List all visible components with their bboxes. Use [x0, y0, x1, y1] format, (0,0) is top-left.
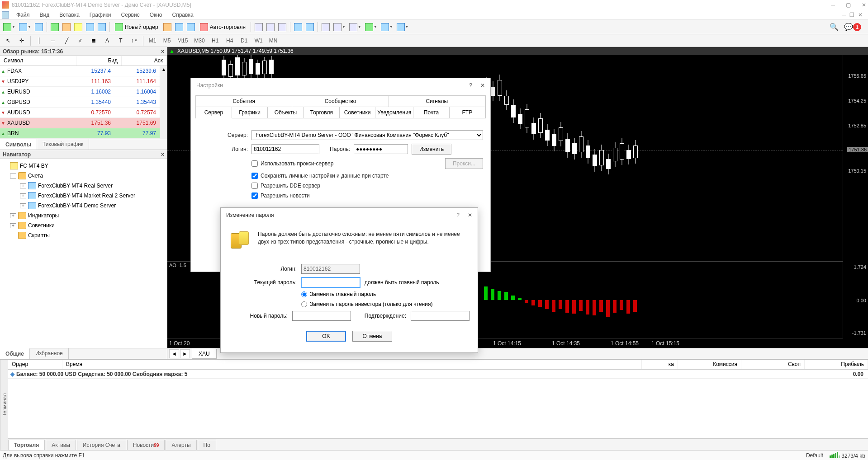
stab-community[interactable]: Сообщество — [292, 96, 389, 107]
pwd-help-icon[interactable]: ? — [456, 212, 460, 218]
tester-button[interactable] — [96, 22, 107, 33]
save-button[interactable] — [33, 22, 44, 33]
news-checkbox-label[interactable]: Разрешить новости — [251, 192, 310, 199]
chart-tab-xau[interactable]: XAU — [192, 349, 217, 359]
profiles-button[interactable]: ▼ — [18, 22, 33, 33]
menu-service[interactable]: Сервис — [117, 11, 144, 19]
mw-row-AUDUSD[interactable]: ▼AUDUSD0.725700.72574 — [0, 108, 160, 118]
dde-checkbox[interactable] — [251, 183, 258, 189]
pwd-radio-main[interactable] — [301, 291, 307, 297]
term-tab-alerts[interactable]: Алерты — [166, 440, 196, 450]
tf-m15[interactable]: M15 — [175, 36, 190, 46]
navigator-button[interactable] — [73, 22, 84, 33]
nav-server-0[interactable]: +ForexClubBY-MT4 Real Server — [0, 181, 167, 191]
mw-row-BRN[interactable]: ▲BRN77.9377.97 — [0, 128, 160, 139]
mdi-minimize-icon[interactable]: ─ — [842, 12, 846, 18]
tf-mn[interactable]: MN — [266, 36, 280, 46]
mdi-icon[interactable] — [2, 11, 9, 19]
market-watch-scrollbar[interactable]: ▴ — [160, 66, 167, 139]
nav-scripts[interactable]: Скрипты — [0, 230, 167, 240]
menu-view[interactable]: Вид — [35, 11, 54, 19]
term-tab-news[interactable]: Новости99 — [127, 440, 165, 450]
crosshair-tool[interactable]: ✛ — [15, 35, 28, 46]
stab-charts[interactable]: Графики — [232, 107, 268, 118]
tf-w1[interactable]: W1 — [252, 36, 266, 46]
trendline-tool[interactable]: ╱ — [60, 35, 73, 46]
menu-window[interactable]: Окно — [145, 11, 167, 19]
chart-tab-next[interactable]: ► — [180, 349, 190, 358]
terminal-button[interactable] — [85, 22, 95, 33]
proxy-checkbox-label[interactable]: Использовать прокси-сервер — [251, 160, 333, 167]
indicators-button[interactable]: ▼ — [332, 22, 347, 33]
term-tab-history[interactable]: История Счета — [77, 440, 126, 450]
candle-chart-button[interactable] — [265, 22, 276, 33]
tile-button[interactable] — [320, 22, 331, 33]
password-input[interactable] — [354, 144, 408, 154]
mdi-close-icon[interactable]: ✕ — [858, 12, 863, 18]
mw-tab-tick[interactable]: Тиковый график — [37, 139, 89, 150]
maximize-button[interactable]: ▢ — [846, 2, 851, 8]
pwd-cancel-button[interactable]: Отмена — [352, 331, 392, 342]
menu-insert[interactable]: Вставка — [55, 11, 84, 19]
menu-file[interactable]: Файл — [12, 11, 34, 19]
mw-row-USDJPY[interactable]: ▼USDJPY111.163111.164 — [0, 76, 160, 87]
term-tab-assets[interactable]: Активы — [46, 440, 76, 450]
fib-tool[interactable]: ≣ — [87, 35, 100, 46]
arrows-tool[interactable]: ↑▼ — [128, 35, 141, 46]
tf-h4[interactable]: H4 — [223, 36, 237, 46]
stab-ftp[interactable]: FTP — [450, 107, 485, 118]
menu-charts[interactable]: Графики — [85, 11, 116, 19]
status-connection[interactable]: 3273/4 kb — [830, 452, 865, 459]
mw-row-FDAX[interactable]: ▲FDAX15237.415239.6 — [0, 66, 160, 76]
mw-tab-symbols[interactable]: Символы — [0, 139, 37, 150]
cursor-tool[interactable]: ↖ — [2, 35, 14, 46]
new-chart-button[interactable]: ▼ — [2, 22, 17, 33]
vline-tool[interactable]: │ — [33, 35, 46, 46]
mw-row-XAUUSD[interactable]: ▼XAUUSD1751.361751.69 — [0, 118, 160, 128]
nav-server-1[interactable]: +ForexClubBY-MT4 Market Real 2 Server — [0, 191, 167, 201]
signals-button[interactable] — [174, 22, 185, 33]
tf-m1[interactable]: M1 — [146, 36, 159, 46]
nav-tab-fav[interactable]: Избранное — [30, 348, 69, 359]
stab-notif[interactable]: Уведомления — [375, 107, 413, 118]
hline-tool[interactable]: ─ — [47, 35, 59, 46]
line-chart-button[interactable] — [277, 22, 288, 33]
menu-help[interactable]: Справка — [168, 11, 198, 19]
settings-help-icon[interactable]: ? — [469, 82, 472, 89]
login-input[interactable] — [251, 144, 319, 154]
terminal-balance-row[interactable]: ◆ Баланс: 50 000.00 USD Средства: 50 000… — [8, 370, 868, 379]
status-profile[interactable]: Default — [806, 452, 823, 459]
stab-events[interactable]: События — [196, 96, 292, 107]
stab-objects[interactable]: Объекты — [268, 107, 304, 118]
mdi-restore-icon[interactable]: ❐ — [849, 12, 854, 18]
term-tab-more[interactable]: По — [198, 440, 216, 450]
tf-h1[interactable]: H1 — [209, 36, 222, 46]
metaquotes-button[interactable] — [162, 22, 173, 33]
terminal-handle[interactable]: Терминал — [0, 360, 8, 450]
pwd-close-icon[interactable]: ✕ — [468, 212, 472, 218]
label-tool[interactable]: T — [114, 35, 127, 46]
nav-root[interactable]: FC MT4 BY — [0, 161, 167, 171]
templates-button[interactable]: ▼ — [364, 22, 379, 33]
dde-checkbox-label[interactable]: Разрешить DDE сервер — [251, 183, 320, 189]
stab-signals[interactable]: Сигналы — [389, 96, 485, 107]
data-window-button[interactable] — [61, 22, 72, 33]
pwd-ok-button[interactable]: OK — [306, 331, 346, 342]
nav-accounts[interactable]: −Счета — [0, 171, 167, 181]
keep-checkbox[interactable] — [251, 173, 258, 179]
search-icon[interactable]: 🔍 — [828, 22, 840, 33]
keep-checkbox-label[interactable]: Сохранять личные настройки и данные при … — [251, 173, 389, 179]
tf-d1[interactable]: D1 — [237, 36, 251, 46]
nav-server-2[interactable]: +ForexClubBY-MT4 Demo Server — [0, 201, 167, 211]
change-password-button[interactable]: Изменить — [412, 144, 451, 155]
market-button[interactable] — [185, 22, 196, 33]
mw-row-GBPUSD[interactable]: ▲GBPUSD1.354401.35443 — [0, 97, 160, 108]
mw-row-EURUSD[interactable]: ▲EURUSD1.160021.16004 — [0, 87, 160, 97]
stab-trade[interactable]: Торговля — [304, 107, 340, 118]
news-checkbox[interactable] — [251, 192, 258, 199]
term-tab-trade[interactable]: Торговля — [8, 440, 45, 450]
server-select[interactable]: ForexClubBY-MT4 Demo Server - ООО "Финан… — [251, 130, 483, 140]
zoom-in-button[interactable] — [293, 22, 304, 33]
notifications-icon[interactable]: 💬1 — [843, 22, 863, 33]
market-watch-close-icon[interactable]: × — [161, 48, 164, 55]
